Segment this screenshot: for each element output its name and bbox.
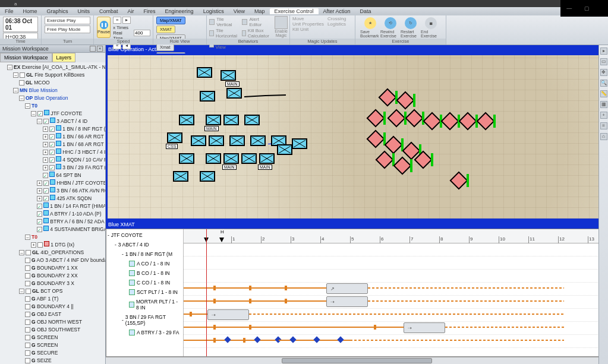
- menu-exercise-control[interactable]: Exercise Control: [270, 8, 319, 14]
- tree-node[interactable]: –GL BCT OPS: [19, 287, 104, 295]
- task-box[interactable]: ⇢: [207, 309, 249, 320]
- tree-node[interactable]: G SECURE: [25, 349, 104, 357]
- tree-node[interactable]: G OBJ SOUTHWEST: [25, 326, 104, 334]
- blue-unit[interactable]: [244, 115, 260, 125]
- blue-unit[interactable]: [206, 153, 221, 164]
- tree-node[interactable]: + 4 SQDN / 10 CAV RGT (M): [43, 156, 104, 164]
- tree-node[interactable]: + 1 DTG (Ix): [31, 241, 104, 249]
- tree-node[interactable]: 4 SUSTAINMENT BRIGADE: [37, 226, 104, 233]
- exercise-tool[interactable]: ⏹End Exercise: [421, 17, 441, 38]
- menu-map[interactable]: Map: [250, 8, 270, 14]
- side-tab[interactable]: Mission Workspace: [0, 53, 52, 62]
- tree-node[interactable]: G AO 3 ABCT / 4 INF DIV boundaries: [25, 257, 104, 264]
- tool-zoom-icon[interactable]: 🔍: [600, 80, 607, 87]
- menu-combat[interactable]: Combat: [94, 8, 123, 14]
- tree-node[interactable]: + HHBN / JTF COYOTE: [37, 179, 104, 187]
- exercise-tool[interactable]: ↻Restart Exercise: [401, 17, 421, 38]
- task-box[interactable]: ⇢: [326, 296, 368, 307]
- blue-unit[interactable]: [292, 138, 307, 149]
- xmat-tree-row[interactable]: -1 BN / 8 INF RGT (M: [108, 249, 182, 259]
- exercise-play-option[interactable]: Exercise Play: [45, 17, 90, 24]
- ribbon-item[interactable]: Tile Vertical: [209, 17, 238, 27]
- tree-node[interactable]: GL MCOO: [19, 79, 104, 87]
- blue-unit[interactable]: [241, 153, 257, 164]
- xmat-tree-row[interactable]: SCT PLT / 1 - 8 IN: [108, 287, 182, 297]
- blue-unit[interactable]: [179, 153, 194, 164]
- side-close-icon[interactable]: ×: [97, 46, 103, 52]
- blue-unit[interactable]: [220, 70, 236, 81]
- task-box[interactable]: ↗: [326, 283, 368, 294]
- tree-node[interactable]: –T0: [25, 102, 104, 110]
- xmat-tree-row[interactable]: -3 ABCT / 4 ID: [108, 240, 182, 249]
- blue-unit[interactable]: [167, 132, 182, 143]
- xmat-tree-row[interactable]: C CO / 1 - 8 IN: [108, 278, 182, 287]
- menu-graphics[interactable]: Graphics: [42, 8, 73, 14]
- xmat-tree-row[interactable]: A BTRY / 3 - 29 FA: [108, 328, 182, 337]
- exercise-tool[interactable]: ★Save Bookmark: [360, 17, 380, 38]
- tool-home-icon[interactable]: ⌂: [600, 133, 607, 140]
- tree-node[interactable]: 1 BN / 14 FA RGT (HIMARS): [37, 202, 104, 210]
- tree-node[interactable]: + 1 BN / 66 AR RGT (+): [43, 133, 104, 141]
- scroll-thumb[interactable]: [282, 358, 433, 363]
- xmat-hscroll[interactable]: [106, 357, 608, 364]
- roleview-chip[interactable]: XMAT: [156, 26, 175, 33]
- ribbon-item[interactable]: Crossing: [327, 16, 346, 21]
- tree-node[interactable]: 64 SPT BN: [43, 172, 104, 179]
- tree-node[interactable]: – JTF COYOTE: [31, 110, 104, 118]
- minimize-icon[interactable]: —: [566, 5, 572, 11]
- pause-button[interactable]: Pause: [97, 17, 111, 38]
- blue-unit[interactable]: [173, 171, 188, 182]
- blue-unit[interactable]: [226, 88, 242, 99]
- tree-node[interactable]: G SCREEN: [25, 341, 104, 349]
- tree-node[interactable]: + 3 BN / 66 ATK AVN RGT: [37, 187, 104, 195]
- blue-unit[interactable]: [259, 153, 275, 164]
- xmat-tree-row[interactable]: A CO / 1 - 8 IN: [108, 259, 182, 268]
- xmat-tree[interactable]: -JTF COYOTE-3 ABCT / 4 ID-1 BN / 8 INF R…: [106, 229, 184, 356]
- mission-tree[interactable]: –EX Exercise [AI_COA_1_SIMUL-ATK - NtoS*…: [0, 62, 105, 364]
- menu-units[interactable]: Units: [73, 8, 95, 14]
- menu-home[interactable]: Home: [18, 8, 42, 14]
- tool-grid-icon[interactable]: ▦: [600, 101, 607, 108]
- tree-node[interactable]: –T0: [25, 233, 104, 241]
- roleview-chip[interactable]: Map/XMAT: [156, 17, 185, 24]
- ribbon-item[interactable]: Move: [292, 16, 324, 21]
- speed-up[interactable]: »: [113, 17, 121, 24]
- maximize-icon[interactable]: ▢: [584, 5, 590, 11]
- xmat-tree-row[interactable]: -JTF COYOTE: [108, 230, 182, 240]
- tree-node[interactable]: G SCREEN: [25, 334, 104, 341]
- blue-unit[interactable]: [200, 91, 215, 102]
- tree-node[interactable]: G SEIZE: [25, 357, 104, 364]
- blue-unit[interactable]: [223, 115, 239, 125]
- task-box[interactable]: ⇢: [404, 322, 445, 333]
- blue-unit[interactable]: [250, 135, 266, 146]
- tree-node[interactable]: + 1 BN / 8 INF RGT (M) (+): [43, 125, 104, 133]
- xmat-tree-row[interactable]: -3 BN / 29 FA RGT (155,SP): [108, 312, 182, 328]
- tree-node[interactable]: A BTRY / 1-10 ADA (P): [37, 210, 104, 218]
- tool-select-icon[interactable]: ▭: [600, 58, 607, 65]
- menu-logistics[interactable]: Logistics: [199, 8, 229, 14]
- xmat-lane[interactable]: ⇢: [184, 322, 607, 335]
- exercise-tool[interactable]: ⟲Rewind Exercise: [380, 17, 401, 38]
- tree-node[interactable]: –MN Blue Mission: [13, 87, 104, 94]
- blue-unit[interactable]: [197, 67, 212, 78]
- tree-node[interactable]: –GL 4ID_OPERATIONS: [19, 249, 104, 257]
- tree-node[interactable]: – 3 ABCT / 4 ID: [37, 118, 104, 125]
- side-pin-icon[interactable]: [90, 46, 96, 52]
- tree-node[interactable]: + 1 BN / 68 AR RGT: [43, 141, 104, 148]
- tree-node[interactable]: BTRY A / 6 BN / 52 ADA RGT (A: [37, 218, 104, 226]
- blue-unit[interactable]: [229, 135, 245, 146]
- blue-unit[interactable]: [223, 153, 239, 164]
- tool-layers-icon[interactable]: ≡: [600, 122, 607, 129]
- menu-engineering[interactable]: Engineering: [160, 8, 199, 14]
- tool-pointer-icon[interactable]: ▸: [600, 48, 607, 55]
- blue-unit[interactable]: [206, 115, 221, 125]
- tree-node[interactable]: G BOUNDARY 4 ||: [25, 303, 104, 311]
- tree-node[interactable]: + HHC / 3 HBCT / 4 ID: [43, 148, 104, 156]
- enable-magic-icon[interactable]: [275, 16, 288, 29]
- side-tab[interactable]: Layers: [52, 53, 76, 62]
- menu-view[interactable]: View: [229, 8, 250, 14]
- xmat-lane[interactable]: ⇢: [184, 296, 607, 309]
- menu-file[interactable]: File: [0, 8, 18, 14]
- tree-node[interactable]: G BOUNDARY 2 XX: [25, 272, 104, 280]
- free-play-option[interactable]: Free Play Mode: [45, 26, 90, 33]
